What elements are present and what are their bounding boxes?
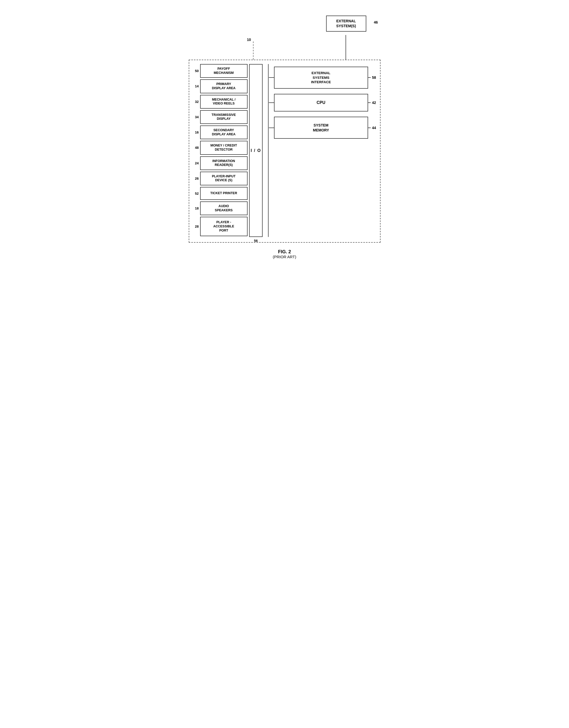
main-diagram-box: 50 PAYOFF MECHANISM 14 PRIMARY DISPLAY A… [189,60,381,243]
right-vert-connector [268,64,269,237]
comp-box-34: TRANSMISSIVE DISPLAY [200,110,248,124]
component-row-24: 24 INFORMATION READER(S) [192,156,248,170]
left-column: 50 PAYOFF MECHANISM 14 PRIMARY DISPLAY A… [192,64,248,237]
component-row-34: 34 TRANSMISSIVE DISPLAY [192,110,248,124]
component-row-16: 16 SECONDARY DISPLAY AREA [192,125,248,139]
fig-subtitle: (PRIOR ART) [189,255,381,259]
ref-14: 14 [192,84,200,88]
comp-box-18: AUDIO SPEAKERS [200,201,248,215]
label-10: 10 [247,38,251,42]
hline-42 [269,102,274,103]
ext-systems-vert-line [346,35,346,60]
comp-box-32: MECHANICAL / VIDEO REELS [200,95,248,109]
right-box-44: SYSTEM MEMORY [274,117,368,138]
component-row-52: 52 TICKET PRINTER [192,187,248,200]
comp-box-50: PAYOFF MECHANISM [200,64,248,78]
dashed-line-10 [253,41,254,60]
ref-52: 52 [192,192,200,195]
comp-box-52: TICKET PRINTER [200,187,248,200]
ref-26: 26 [192,177,200,180]
right-item-58: EXTERNAL SYSTEMS INTERFACE 58 [268,67,376,89]
ref-24: 24 [192,161,200,165]
component-row-26: 26 PLAYER-INPUT DEVICE (S) [192,172,248,185]
ref-32: 32 [192,100,200,104]
external-systems-box: EXTERNAL SYSTEM(S) [326,16,366,32]
hline-44 [269,128,274,128]
component-row-18: 18 AUDIO SPEAKERS [192,201,248,215]
component-row-48: 48 MONEY / CREDIT DETECTOR [192,141,248,155]
ext-systems-ref: 46 [374,20,378,24]
comp-box-16: SECONDARY DISPLAY AREA [200,125,248,139]
ref-18: 18 [192,206,200,210]
right-box-42: CPU [274,94,368,112]
component-row-50: 50 PAYOFF MECHANISM [192,64,248,78]
component-row-28: 28 PLAYER - ACCESSIBLE PORT [192,217,248,236]
hline-58b [368,77,371,78]
right-ref-44: 44 [371,126,376,130]
component-row-14: 14 PRIMARY DISPLAY AREA [192,79,248,93]
comp-box-24: INFORMATION READER(S) [200,156,248,170]
io-column: I / O 56 [248,64,264,237]
hline-58 [269,77,274,78]
io-box: I / O [249,64,263,237]
right-item-42: CPU 42 [268,94,376,112]
right-column: EXTERNAL SYSTEMS INTERFACE 58 CPU 42 SYS… [264,64,376,237]
ref-28: 28 [192,225,200,228]
component-row-32: 32 MECHANICAL / VIDEO REELS [192,95,248,109]
page-container: EXTERNAL SYSTEM(S) 46 10 50 PAYOFF MECHA… [184,5,386,269]
ref-48: 48 [192,146,200,150]
io-label: I / O [251,148,261,153]
right-ref-58: 58 [371,75,376,80]
external-systems-label: EXTERNAL SYSTEM(S) [336,19,356,28]
ref-50: 50 [192,69,200,73]
comp-box-48: MONEY / CREDIT DETECTOR [200,141,248,155]
hline-44b [368,128,371,128]
comp-box-28: PLAYER - ACCESSIBLE PORT [200,217,248,236]
comp-box-26: PLAYER-INPUT DEVICE (S) [200,172,248,185]
main-layout: 50 PAYOFF MECHANISM 14 PRIMARY DISPLAY A… [192,64,376,237]
ref-34: 34 [192,115,200,119]
right-box-58: EXTERNAL SYSTEMS INTERFACE [274,67,368,89]
hline-42b [368,102,371,103]
figure-caption: FIG. 2 (PRIOR ART) [189,249,381,259]
fig-title: FIG. 2 [189,249,381,255]
right-item-44: SYSTEM MEMORY 44 [268,117,376,138]
comp-box-14: PRIMARY DISPLAY AREA [200,79,248,93]
ref-16: 16 [192,130,200,134]
right-ref-42: 42 [371,101,376,105]
io-ref: 56 [254,239,258,243]
